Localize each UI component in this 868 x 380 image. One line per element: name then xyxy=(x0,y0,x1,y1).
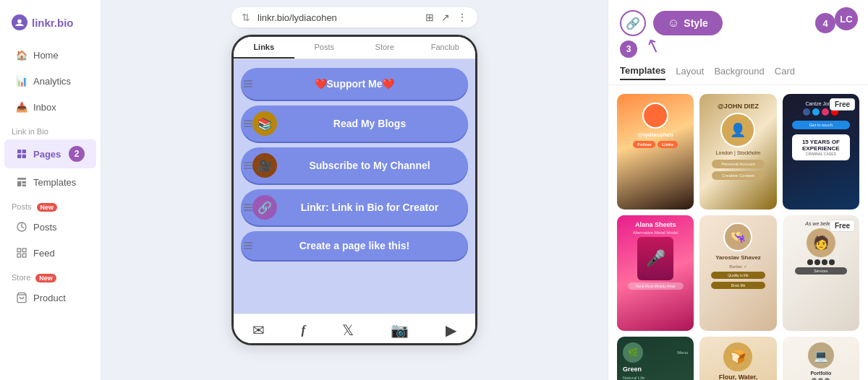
arrow-icon: ↗ xyxy=(642,33,665,59)
sidebar-item-product[interactable]: Product xyxy=(4,285,96,310)
preview-area: ⇅ linkr.bio/lydiacohen ⊞ ↗ ⋮ Links Posts… xyxy=(101,0,608,380)
link-read-blogs[interactable]: 📚 Read My Blogs xyxy=(241,105,468,142)
phone-tab-store[interactable]: Store xyxy=(354,37,415,59)
sidebar-item-label: Home xyxy=(33,50,59,61)
share-btn[interactable]: ↗ xyxy=(441,12,450,23)
drag-handle xyxy=(244,120,252,127)
tab-card[interactable]: Card xyxy=(775,63,795,79)
step4-badge: 4 xyxy=(815,13,835,33)
phone-tab-links[interactable]: Links xyxy=(234,37,294,59)
url-text: linkr.bio/lydiacohen xyxy=(258,12,418,23)
analytics-icon: 📊 xyxy=(16,75,27,87)
templates-grid: @lydiacohen Follow Links @JOHN DIEZ 👤 Lo… xyxy=(608,85,868,380)
pages-icon xyxy=(16,148,27,160)
sidebar-item-label: Feed xyxy=(33,248,55,259)
drag-handle xyxy=(244,80,252,87)
template-card-3[interactable]: Free Cantze Jones Get in touch 15 YEARS … xyxy=(783,94,859,210)
sidebar-item-analytics[interactable]: 📊 Analytics xyxy=(4,69,96,93)
style-btn-label: Style xyxy=(684,17,707,29)
section-posts: Posts New xyxy=(0,195,101,214)
sidebar-item-inbox[interactable]: 📥 Inbox xyxy=(4,95,96,119)
svg-rect-8 xyxy=(22,184,26,186)
style-button[interactable]: ☺ Style xyxy=(653,11,723,35)
logo: linkr.bio xyxy=(0,9,101,42)
logo-icon xyxy=(12,14,27,30)
drag-handle xyxy=(244,242,252,249)
svg-rect-6 xyxy=(17,181,21,186)
step3-arrow-area: 3 ↗ xyxy=(608,36,868,58)
link-support-me-text: ❤️Support Me❤️ xyxy=(315,78,395,90)
more-btn[interactable]: ⋮ xyxy=(457,12,467,23)
section-link-in-bio: Link in Bio xyxy=(0,120,101,139)
link-support-me[interactable]: ❤️Support Me❤️ xyxy=(241,68,468,100)
tab-layout[interactable]: Layout xyxy=(676,63,704,79)
sidebar-item-home[interactable]: 🏠 Home xyxy=(4,43,96,67)
store-new-badge: New xyxy=(35,274,56,282)
template-card-5[interactable]: 👒 Yaroslav Shavez Barber ✓ Quality is li… xyxy=(699,215,776,331)
channel-icon: 🎥 xyxy=(252,153,277,178)
avatar-initials: LC xyxy=(840,14,852,25)
svg-rect-1 xyxy=(17,150,21,153)
template-1-preview: @lydiacohen Follow Links xyxy=(617,94,694,210)
template-card-1[interactable]: @lydiacohen Follow Links xyxy=(617,94,694,210)
template-card-8[interactable]: 🍞 Flour, Water,Salt, Yeast Order Now xyxy=(699,337,776,380)
tab-templates[interactable]: Templates xyxy=(620,62,665,80)
youtube-icon: ▶ xyxy=(446,321,456,339)
step3-badge: 3 xyxy=(620,40,637,58)
svg-rect-13 xyxy=(22,254,26,257)
svg-rect-4 xyxy=(22,155,26,158)
sidebar-item-label: Posts xyxy=(33,222,57,233)
template-card-2[interactable]: @JOHN DIEZ 👤 London | Stockholm Personal… xyxy=(699,94,776,210)
right-panel: 🔗 ☺ Style 4 ✓ 3 ↗ Templates Layout Backg… xyxy=(608,0,868,380)
template-card-7[interactable]: 🌿 Menu Green Natural Life Shop Now Blog xyxy=(617,337,694,380)
svg-rect-10 xyxy=(17,249,21,252)
link-create-page-text: Create a page like this! xyxy=(299,240,410,251)
template-card-4[interactable]: Alana Sheets Alternative Metal Model 🎤 S… xyxy=(617,215,694,331)
email-icon: ✉ xyxy=(252,321,265,339)
smiley-icon: ☺ xyxy=(668,17,679,30)
posts-new-badge: New xyxy=(37,203,58,212)
sidebar-item-label: Pages xyxy=(33,149,61,160)
panel-tabs: Templates Layout Background Card xyxy=(608,58,868,85)
home-icon: 🏠 xyxy=(16,49,27,61)
svg-rect-12 xyxy=(17,254,21,257)
product-icon xyxy=(16,292,27,303)
link-subscribe-text: Subscribe to My Channel xyxy=(283,160,456,171)
drag-handle xyxy=(244,204,252,211)
drag-handle xyxy=(244,162,252,169)
free-badge-3: Free xyxy=(830,98,855,111)
svg-rect-3 xyxy=(17,155,21,158)
link-create-page[interactable]: Create a page like this! xyxy=(241,231,468,260)
phone-bottom-bar: ✉ f 𝕏 📷 ▶ xyxy=(234,314,475,343)
sidebar-item-feed[interactable]: Feed xyxy=(4,241,96,265)
tab-background[interactable]: Background xyxy=(714,63,764,79)
templates-icon xyxy=(16,176,27,188)
qr-btn[interactable]: ⊞ xyxy=(425,12,434,23)
template-card-6[interactable]: Free As we believe 🧑 Services xyxy=(783,215,859,331)
link-linkr-text: Linkr: Link in Bio for Creator xyxy=(283,202,456,213)
sidebar-item-posts[interactable]: Posts xyxy=(4,215,96,239)
panel-link-icon: 🔗 xyxy=(620,10,646,36)
sidebar-item-label: Analytics xyxy=(33,76,71,87)
main-area: ⇅ linkr.bio/lydiacohen ⊞ ↗ ⋮ Links Posts… xyxy=(101,0,868,380)
sidebar-item-pages[interactable]: Pages 2 xyxy=(4,139,96,168)
svg-rect-2 xyxy=(22,150,26,153)
svg-point-0 xyxy=(17,20,22,24)
sidebar: linkr.bio 🏠 Home 📊 Analytics 📥 Inbox Lin… xyxy=(0,0,101,380)
sidebar-item-label: Templates xyxy=(33,177,76,188)
section-store: Store New xyxy=(0,266,101,285)
phone-tab-posts[interactable]: Posts xyxy=(294,37,355,59)
link-read-blogs-text: Read My Blogs xyxy=(283,118,456,129)
url-icon: ⇅ xyxy=(242,12,250,23)
link-linkr[interactable]: 🔗 Linkr: Link in Bio for Creator xyxy=(241,189,468,225)
svg-rect-7 xyxy=(22,181,26,183)
sidebar-item-templates[interactable]: Templates xyxy=(4,170,96,194)
phone-tab-fanclub[interactable]: Fanclub xyxy=(415,37,476,59)
svg-rect-5 xyxy=(17,178,26,180)
pages-step-badge: 2 xyxy=(69,146,85,162)
template-card-9[interactable]: 💻 Portfolio View Work xyxy=(783,337,859,380)
avatar[interactable]: LC xyxy=(835,7,858,30)
feed-icon xyxy=(16,247,27,259)
link-subscribe[interactable]: 🎥 Subscribe to My Channel xyxy=(241,147,468,183)
top-bar-actions: ⊞ ↗ ⋮ xyxy=(425,12,467,23)
